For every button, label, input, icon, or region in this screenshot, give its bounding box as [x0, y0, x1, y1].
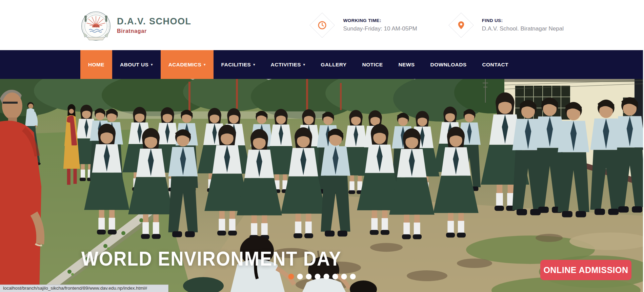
carousel-dot-5[interactable]: [324, 274, 329, 279]
nav-item-label: NOTICE: [362, 62, 383, 68]
carousel-dot-2[interactable]: [297, 274, 303, 279]
svg-text:ओ३म्: ओ३म्: [93, 24, 99, 28]
carousel-dot-4[interactable]: [315, 274, 321, 279]
school-logo-emblem: ओ३म्: [80, 11, 112, 42]
chevron-down-icon: ▾: [253, 63, 255, 66]
online-admission-button[interactable]: ONLINE ADMISSION: [540, 260, 631, 280]
find-us-label: FIND US:: [482, 18, 564, 23]
carousel-dot-3[interactable]: [306, 274, 312, 279]
carousel-dot-1[interactable]: [288, 274, 294, 279]
carousel-dots: [288, 274, 356, 279]
find-us-value: D.A.V. School. Biratnagar Nepal: [482, 25, 564, 32]
carousel-dot-8[interactable]: [350, 274, 356, 279]
nav-item-label: ABOUT US: [120, 62, 148, 68]
nav-item-notice[interactable]: NOTICE: [355, 50, 391, 79]
chevron-down-icon: ▾: [151, 63, 153, 66]
nav-item-contact[interactable]: CONTACT: [475, 50, 516, 79]
nav-item-downloads[interactable]: DOWNLOADS: [423, 50, 475, 79]
topbar: ओ३म् D.A.V. SCHOOL Biratnagar: [0, 0, 644, 50]
main-nav: HOMEABOUT US▾ACADEMICS▾FACILITIES▾ACTIVI…: [0, 50, 644, 79]
nav-item-label: ACTIVITIES: [271, 62, 301, 68]
nav-item-label: ACADEMICS: [168, 62, 201, 68]
working-time-block: WORKING TIME: Sunday-Friday: 10 AM-05PM: [309, 13, 417, 38]
nav-item-label: NEWS: [398, 62, 415, 68]
clock-icon: [309, 13, 335, 38]
school-location: Biratnagar: [117, 28, 192, 34]
carousel-dot-6[interactable]: [333, 274, 338, 279]
hero-carousel: WORLD ENVIRONMENT DAY ONLINE ADMISSION: [0, 79, 644, 292]
carousel-dot-7[interactable]: [341, 274, 347, 279]
school-name: D.A.V. SCHOOL: [117, 16, 192, 27]
working-time-label: WORKING TIME:: [343, 18, 417, 23]
brand[interactable]: ओ३म् D.A.V. SCHOOL Biratnagar: [80, 8, 192, 42]
nav-item-gallery[interactable]: GALLERY: [313, 50, 354, 79]
working-time-value: Sunday-Friday: 10 AM-05PM: [343, 25, 417, 32]
nav-item-label: GALLERY: [321, 62, 346, 68]
find-us-block: FIND US: D.A.V. School. Biratnagar Nepal: [448, 13, 564, 38]
chevron-down-icon: ▾: [303, 63, 305, 66]
nav-item-academics[interactable]: ACADEMICS▾: [161, 50, 214, 79]
slide-title: WORLD ENVIRONMENT DAY: [81, 247, 341, 270]
chevron-down-icon: ▾: [204, 63, 205, 66]
nav-item-activities[interactable]: ACTIVITIES▾: [263, 50, 313, 79]
nav-item-label: CONTACT: [482, 62, 508, 68]
nav-item-home[interactable]: HOME: [80, 50, 112, 79]
nav-item-label: HOME: [88, 62, 104, 68]
nav-item-label: FACILITIES: [221, 62, 251, 68]
status-bar-url: localhost/branch/sajilo_sikcha/frontend/…: [0, 285, 168, 292]
nav-item-facilities[interactable]: FACILITIES▾: [214, 50, 263, 79]
nav-item-about-us[interactable]: ABOUT US▾: [112, 50, 161, 79]
nav-item-label: DOWNLOADS: [430, 62, 467, 68]
location-pin-icon: [448, 13, 474, 38]
nav-item-news[interactable]: NEWS: [390, 50, 422, 79]
